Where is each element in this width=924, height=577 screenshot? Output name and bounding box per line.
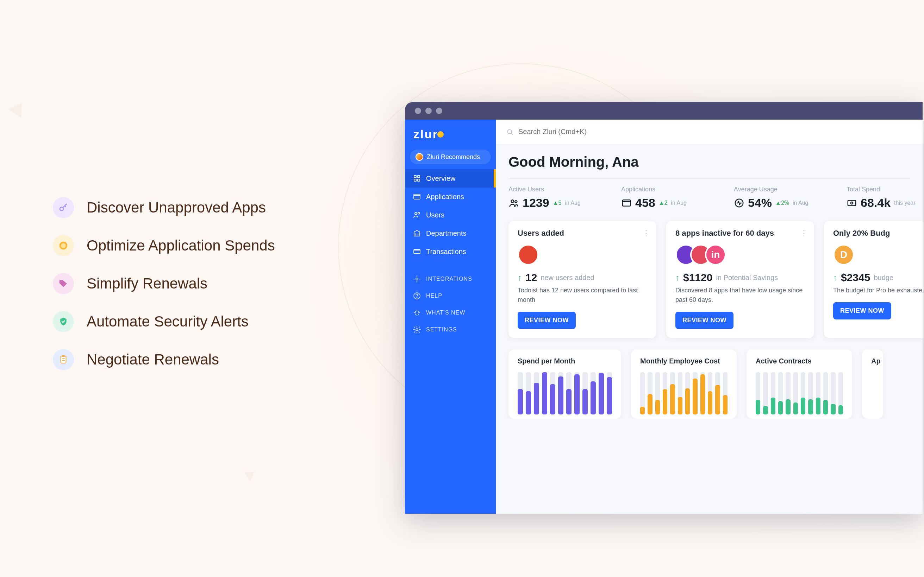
- chart-bar: [558, 372, 564, 414]
- svg-point-27: [511, 200, 514, 203]
- chart-bar: [831, 372, 835, 414]
- chart-bar: [771, 372, 775, 414]
- people-icon: [509, 198, 519, 208]
- sparkle-icon: [413, 309, 421, 317]
- sidebar-item-label: Transactions: [426, 248, 466, 256]
- card-title: Only 20% Budg: [833, 229, 922, 238]
- insight-card: ⋮8 apps inactive for 60 daysin↑$1120 in …: [666, 221, 814, 338]
- sidebar-item-label: Overview: [426, 174, 455, 182]
- chart-card: Active Contracts: [746, 349, 852, 419]
- help-icon: [413, 292, 421, 300]
- feature-label: Optimize Application Spends: [87, 237, 275, 254]
- card-desc: Todoist has 12 new users compared to las…: [518, 286, 647, 305]
- svg-point-24: [416, 329, 418, 331]
- card-menu-icon[interactable]: ⋮: [642, 229, 649, 238]
- search-icon: [506, 129, 514, 135]
- card-menu-icon[interactable]: ⋮: [800, 229, 807, 238]
- kpi-period: this year: [894, 200, 915, 206]
- card-icon: [413, 247, 421, 256]
- kpi-value: 1239: [523, 196, 549, 210]
- shield-icon: [53, 311, 74, 332]
- kpi-label: Active Users: [509, 186, 590, 193]
- feature-label: Negotiate Renewals: [87, 351, 219, 368]
- sidebar-item-settings[interactable]: SETTINGS: [405, 321, 496, 338]
- grid-icon: [413, 174, 421, 182]
- sidebar-item-applications[interactable]: Applications: [405, 187, 496, 206]
- chart-bar: [801, 372, 805, 414]
- chart-bar: [823, 372, 828, 414]
- card-desc: The budget for Pro be exhausted by N: [833, 286, 922, 295]
- card-metric-sub: in Potential Savings: [716, 274, 778, 282]
- chart-bar: [685, 372, 690, 414]
- app-window: zlur Zluri Recommends OverviewApplicatio…: [405, 102, 922, 514]
- card-desc: Discovered 8 apps that have low usage si…: [675, 286, 805, 305]
- clipboard-icon: [53, 349, 74, 370]
- kpi-delta: ▲2: [659, 200, 668, 206]
- feature-item: Negotiate Renewals: [53, 349, 275, 370]
- chart-bar: [678, 372, 682, 414]
- chart-bar: [566, 372, 572, 414]
- kpi-value: 458: [635, 196, 655, 210]
- svg-rect-32: [848, 200, 856, 205]
- app-badge: [518, 244, 539, 265]
- nav-main: OverviewApplicationsUsersDepartmentsTran…: [405, 169, 496, 261]
- card-metric: 12: [525, 272, 537, 284]
- sidebar-item-label: SETTINGS: [426, 327, 457, 333]
- sidebar-item-overview[interactable]: Overview: [405, 169, 496, 187]
- apps-icon: [621, 198, 632, 208]
- sidebar-item-departments[interactable]: Departments: [405, 224, 496, 242]
- feature-label: Discover Unapproved Apps: [87, 199, 266, 216]
- chart-bar: [550, 372, 555, 414]
- chart-bar: [599, 372, 604, 414]
- up-arrow-icon: ↑: [518, 273, 522, 282]
- sidebar-item-users[interactable]: Users: [405, 206, 496, 224]
- sidebar-item-label: HELP: [426, 293, 442, 299]
- card-title: 8 apps inactive for 60 days: [675, 229, 805, 238]
- review-button[interactable]: REVIEW NOW: [833, 302, 891, 319]
- gear-icon: [413, 326, 421, 334]
- window-icon: [413, 192, 421, 201]
- chart-bar: [534, 372, 539, 414]
- brand-logo: zlur: [405, 119, 496, 147]
- sidebar-item-label: Applications: [426, 193, 464, 201]
- chart-title: Active Contracts: [756, 357, 843, 365]
- chart-bar: [526, 372, 531, 414]
- chart-bar: [663, 372, 667, 414]
- review-button[interactable]: REVIEW NOW: [675, 312, 733, 329]
- feature-label: Automate Security Alerts: [87, 313, 249, 330]
- sidebar-item-integrations[interactable]: INTEGRATIONS: [405, 271, 496, 287]
- kpi-value: 68.4k: [861, 196, 890, 210]
- feature-item: Simplify Renewals: [53, 273, 275, 294]
- sidebar-item-label: WHAT'S NEW: [426, 309, 465, 316]
- kpi-delta: ▲2%: [775, 200, 789, 206]
- kpi-period: in Aug: [565, 200, 580, 206]
- chart-bar: [723, 372, 727, 414]
- svg-rect-29: [623, 200, 631, 206]
- recommends-pill[interactable]: Zluri Recommends: [410, 150, 491, 164]
- sidebar-item-label: Departments: [426, 229, 467, 237]
- review-button[interactable]: REVIEW NOW: [518, 312, 576, 329]
- decorative-triangle: [244, 467, 257, 481]
- kpi-value: 54%: [748, 196, 772, 210]
- window-title-bar: [405, 102, 922, 119]
- chart-bar: [693, 372, 697, 414]
- money-icon: [846, 198, 857, 208]
- sidebar-item-help[interactable]: HELP: [405, 287, 496, 304]
- feature-item: Discover Unapproved Apps: [53, 197, 275, 218]
- chart-bar: [786, 372, 790, 414]
- sidebar-item-transactions[interactable]: Transactions: [405, 242, 496, 261]
- sidebar-item-what-s-new[interactable]: WHAT'S NEW: [405, 304, 496, 321]
- chart-bar: [808, 372, 813, 414]
- search-input[interactable]: [519, 128, 912, 136]
- chart-bar: [700, 372, 705, 414]
- chart-title: Ap: [871, 357, 874, 365]
- svg-point-3: [61, 281, 62, 282]
- card-metric-sub: new users added: [541, 274, 594, 282]
- chart-bar: [756, 372, 760, 414]
- window-control-dot: [425, 108, 432, 114]
- coin-icon: [53, 235, 74, 256]
- search-bar: [496, 119, 922, 144]
- up-arrow-icon: ↑: [833, 273, 837, 282]
- window-control-dot: [436, 108, 442, 114]
- decorative-triangle: [8, 99, 29, 118]
